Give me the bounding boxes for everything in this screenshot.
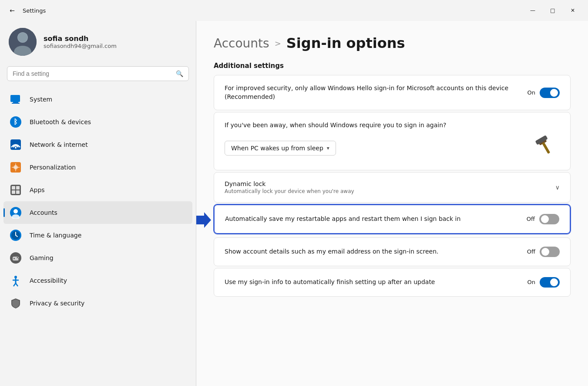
svg-rect-15	[16, 186, 20, 190]
svg-point-27	[17, 257, 18, 258]
restart-apps-toggle[interactable]	[539, 214, 559, 224]
restart-apps-content: Automatically save my restartable apps a…	[225, 215, 520, 223]
dynamic-lock-title: Dynamic lock	[225, 180, 555, 187]
svg-rect-17	[16, 190, 20, 194]
breadcrumb: Accounts > Sign-in options	[214, 35, 571, 51]
network-icon	[9, 138, 23, 152]
search-input[interactable]	[13, 70, 172, 77]
windows-hello-toggle[interactable]	[540, 88, 560, 98]
dropdown-value: When PC wakes up from sleep	[231, 145, 323, 152]
sidebar-label-accounts: Accounts	[30, 209, 57, 216]
account-details-title: Show account details such as my email ad…	[225, 247, 520, 256]
personalization-icon	[9, 160, 23, 174]
bluetooth-icon: ᛒ	[9, 115, 23, 129]
accounts-icon	[9, 206, 23, 220]
sidebar-item-personalization[interactable]: Personalization	[3, 156, 192, 179]
restart-apps-title: Automatically save my restartable apps a…	[225, 215, 520, 223]
restart-apps-control: Off	[527, 214, 559, 224]
dynamic-lock-subtitle: Automatically lock your device when you'…	[225, 188, 555, 194]
windows-hello-content: For improved security, only allow Window…	[225, 84, 521, 101]
windows-hello-state-label: On	[528, 89, 535, 96]
search-box[interactable]: 🔍	[7, 66, 189, 81]
svg-rect-16	[12, 190, 15, 194]
sign-in-again-title: If you've been away, when should Windows…	[225, 121, 446, 130]
nav-list: System ᛒ Bluetooth & devices	[0, 88, 196, 315]
sidebar: sofia sondh sofiasondh94@gmail.com 🔍	[0, 21, 196, 386]
gaming-icon	[9, 251, 23, 265]
dynamic-lock-content: Dynamic lock Automatically lock your dev…	[225, 180, 555, 194]
svg-line-35	[16, 283, 18, 286]
svg-point-31	[14, 276, 17, 278]
sidebar-label-privacy: Privacy & security	[30, 300, 84, 307]
sign-in-info-state-label: On	[528, 279, 535, 285]
apps-icon	[9, 183, 23, 197]
user-info: sofia sondh sofiasondh94@gmail.com	[44, 34, 117, 49]
windows-hello-card: For improved security, only allow Window…	[214, 75, 571, 110]
sign-in-dropdown[interactable]: When PC wakes up from sleep ▾	[225, 141, 336, 156]
sign-in-info-title: Use my sign-in info to automatically fin…	[225, 278, 521, 287]
svg-rect-37	[542, 142, 550, 154]
svg-rect-6	[12, 103, 20, 104]
account-details-row: Show account details such as my email ad…	[214, 238, 570, 266]
sidebar-label-network: Network & internet	[30, 141, 88, 148]
sidebar-item-gaming[interactable]: Gaming	[3, 247, 192, 269]
user-name: sofia sondh	[44, 34, 117, 43]
svg-point-3	[18, 33, 27, 42]
toggle-knob-4	[550, 278, 558, 286]
sidebar-item-system[interactable]: System	[3, 88, 192, 111]
sidebar-item-time[interactable]: Time & language	[3, 224, 192, 247]
svg-text:ᛒ: ᛒ	[13, 118, 18, 126]
windows-hello-title: For improved security, only allow Window…	[225, 84, 521, 101]
restart-apps-card: Automatically save my restartable apps a…	[214, 204, 571, 234]
sign-in-again-card: If you've been away, when should Windows…	[214, 112, 571, 170]
svg-rect-4	[10, 95, 20, 102]
expand-arrow-icon: ∨	[555, 184, 560, 191]
window-controls: — □ ✕	[523, 3, 583, 17]
breadcrumb-parent[interactable]: Accounts	[214, 36, 269, 51]
sidebar-label-gaming: Gaming	[30, 254, 54, 261]
user-email: sofiasondh94@gmail.com	[44, 43, 117, 49]
sidebar-label-apps: Apps	[30, 186, 45, 193]
dynamic-lock-card: Dynamic lock Automatically lock your dev…	[214, 172, 571, 203]
windows-hello-row: For improved security, only allow Window…	[214, 75, 570, 110]
maximize-button[interactable]: □	[543, 3, 563, 17]
svg-point-19	[13, 209, 18, 213]
toggle-knob-2	[541, 215, 549, 223]
app-title: Settings	[23, 7, 523, 14]
minimize-button[interactable]: —	[523, 3, 543, 17]
sidebar-item-apps[interactable]: Apps	[3, 179, 192, 201]
titlebar: ← Settings — □ ✕	[0, 0, 588, 21]
restart-apps-row: Automatically save my restartable apps a…	[215, 205, 570, 233]
breadcrumb-current: Sign-in options	[286, 35, 405, 51]
content-area: Accounts > Sign-in options Additional se…	[196, 21, 588, 386]
sidebar-label-accessibility: Accessibility	[30, 277, 67, 284]
main-layout: sofia sondh sofiasondh94@gmail.com 🔍	[0, 21, 588, 386]
accessibility-icon	[9, 274, 23, 288]
svg-point-10	[15, 147, 17, 149]
sign-in-info-content: Use my sign-in info to automatically fin…	[225, 278, 521, 287]
back-button[interactable]: ←	[5, 3, 19, 17]
dynamic-lock-row[interactable]: Dynamic lock Automatically lock your dev…	[214, 173, 570, 202]
account-details-toggle[interactable]	[540, 247, 560, 257]
sidebar-item-accessibility[interactable]: Accessibility	[3, 269, 192, 292]
privacy-icon	[9, 296, 23, 310]
svg-point-28	[18, 258, 20, 260]
sidebar-label-bluetooth: Bluetooth & devices	[30, 119, 91, 125]
hammer-icon	[534, 135, 560, 161]
close-button[interactable]: ✕	[563, 3, 583, 17]
toggle-knob-3	[541, 248, 549, 256]
system-icon	[9, 92, 23, 106]
sidebar-label-system: System	[30, 96, 52, 103]
sidebar-container: sofia sondh sofiasondh94@gmail.com 🔍	[0, 21, 196, 386]
account-details-state-label: Off	[527, 248, 535, 255]
sidebar-item-privacy[interactable]: Privacy & security	[3, 292, 192, 315]
account-details-content: Show account details such as my email ad…	[225, 247, 520, 256]
sidebar-item-bluetooth[interactable]: ᛒ Bluetooth & devices	[3, 111, 192, 133]
sidebar-item-network[interactable]: Network & internet	[3, 133, 192, 156]
windows-hello-control: On	[528, 88, 560, 98]
sidebar-item-accounts[interactable]: Accounts	[3, 201, 192, 224]
back-icon: ←	[10, 7, 15, 14]
nav-arrow-indicator	[196, 212, 211, 228]
sign-in-info-toggle[interactable]	[540, 277, 560, 288]
sign-in-again-row: If you've been away, when should Windows…	[214, 112, 570, 170]
